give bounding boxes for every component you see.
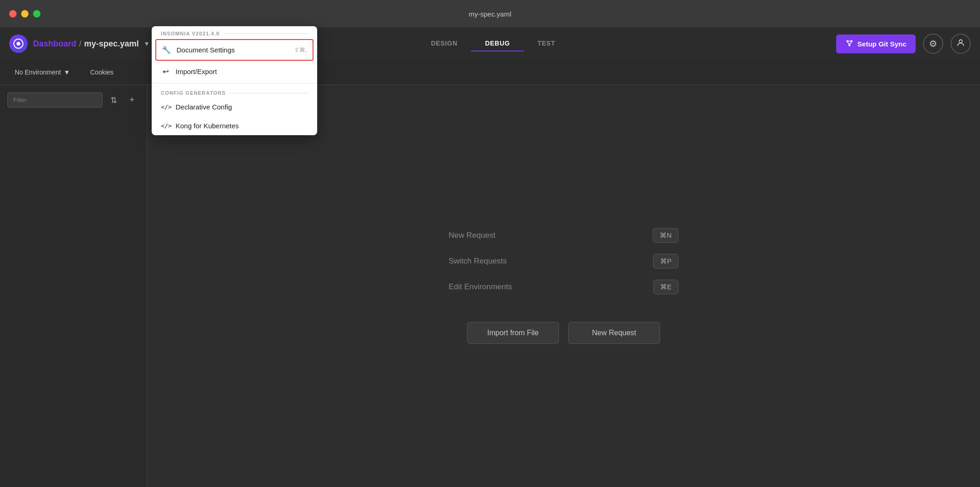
minimize-button[interactable]	[21, 10, 28, 17]
tab-debug[interactable]: DEBUG	[471, 36, 524, 52]
breadcrumb: Dashboard / my-spec.yaml ▼	[33, 39, 150, 49]
user-icon	[956, 38, 965, 50]
config-generators-header: CONFIG GENERATORS	[152, 86, 317, 97]
sort-icon: ⇅	[110, 95, 117, 105]
app-logo	[9, 34, 28, 53]
document-settings-label: Document Settings	[177, 46, 235, 54]
dropdown-version-label: INSOMNIA V2021.4.0	[161, 31, 220, 36]
shortcut-list: New Request ⌘N Switch Requests ⌘P Edit E…	[449, 228, 678, 294]
settings-button[interactable]: ⚙	[923, 34, 943, 54]
breadcrumb-dropdown-icon[interactable]: ▼	[143, 40, 150, 47]
setup-git-sync-label: Setup Git Sync	[857, 40, 906, 48]
user-profile-button[interactable]	[951, 34, 971, 54]
shortcut-row-new-request: New Request ⌘N	[449, 228, 678, 243]
svg-point-4	[849, 45, 850, 46]
dropdown-item-import-export[interactable]: ↩ Import/Export	[152, 62, 317, 81]
shortcut-new-request-key: ⌘N	[653, 228, 678, 243]
svg-line-6	[848, 42, 850, 45]
setup-git-sync-button[interactable]: Setup Git Sync	[836, 34, 916, 53]
dropdown-item-document-settings[interactable]: 🔧 Document Settings ⇧⌘,	[155, 39, 313, 61]
shortcut-switch-requests-key: ⌘P	[653, 254, 678, 269]
svg-point-1	[17, 42, 20, 46]
sub-header: No Environment ▼ Cookies	[0, 60, 980, 85]
config-generators-label: CONFIG GENERATORS	[161, 90, 226, 96]
dropdown-section-header: INSOMNIA V2021.4.0	[152, 26, 317, 38]
close-button[interactable]	[9, 10, 17, 17]
import-from-file-button[interactable]: Import from File	[467, 322, 559, 344]
gear-icon: ⚙	[929, 38, 937, 49]
shortcut-edit-environments-key: ⌘E	[653, 280, 678, 294]
dropdown-divider	[152, 83, 317, 84]
cookies-button[interactable]: Cookies	[85, 66, 119, 79]
nav-right: Setup Git Sync ⚙	[836, 34, 971, 54]
maximize-button[interactable]	[33, 10, 40, 17]
dropdown-menu: INSOMNIA V2021.4.0 🔧 Document Settings ⇧…	[152, 26, 317, 135]
shortcut-row-switch-requests: Switch Requests ⌘P	[449, 254, 678, 269]
wrench-icon: 🔧	[162, 46, 171, 54]
dashboard-link[interactable]: Dashboard	[33, 39, 76, 49]
tab-test[interactable]: TEST	[524, 36, 569, 52]
breadcrumb-current: my-spec.yaml	[84, 39, 139, 49]
svg-point-3	[851, 40, 852, 42]
environment-label: No Environment	[15, 69, 61, 76]
main-content: New Request ⌘N Switch Requests ⌘P Edit E…	[147, 85, 980, 487]
window-title: my-spec.yaml	[469, 10, 512, 18]
svg-point-8	[959, 40, 963, 43]
shortcut-edit-environments-label: Edit Environments	[449, 282, 512, 292]
breadcrumb-separator: /	[79, 39, 81, 49]
bottom-buttons: Import from File New Request	[467, 322, 660, 344]
import-export-icon: ↩	[161, 67, 170, 76]
traffic-lights	[9, 10, 40, 17]
declarative-config-icon: </>	[161, 103, 170, 110]
dropdown-item-kong-kubernetes[interactable]: </> Kong for Kubernetes	[152, 116, 317, 135]
shortcut-new-request-label: New Request	[449, 231, 496, 240]
brand-area: Dashboard / my-spec.yaml ▼	[9, 34, 150, 53]
declarative-config-label: Declarative Config	[176, 103, 232, 111]
sidebar: ⇅ +	[0, 85, 147, 487]
kong-kubernetes-label: Kong for Kubernetes	[176, 122, 239, 130]
svg-point-2	[847, 40, 848, 42]
git-icon	[845, 39, 854, 49]
shortcut-row-edit-environments: Edit Environments ⌘E	[449, 280, 678, 294]
kong-kubernetes-icon: </>	[161, 122, 170, 129]
env-dropdown-icon: ▼	[63, 69, 70, 76]
filter-input[interactable]	[7, 92, 103, 108]
environment-dropdown[interactable]: No Environment ▼	[9, 66, 75, 79]
title-bar: my-spec.yaml	[0, 0, 980, 28]
import-export-label: Import/Export	[176, 68, 217, 75]
tab-design[interactable]: DESIGN	[417, 36, 471, 52]
svg-line-7	[849, 42, 852, 45]
new-request-button[interactable]: New Request	[568, 322, 660, 344]
nav-bar: Dashboard / my-spec.yaml ▼ DESIGN DEBUG …	[0, 28, 980, 60]
add-button[interactable]: +	[125, 93, 139, 108]
add-icon: +	[130, 95, 135, 105]
new-request-label: New Request	[592, 329, 636, 337]
sort-button[interactable]: ⇅	[106, 93, 121, 108]
shortcut-switch-requests-label: Switch Requests	[449, 257, 507, 266]
filter-row: ⇅ +	[7, 92, 139, 108]
document-settings-shortcut: ⇧⌘,	[294, 46, 307, 53]
dropdown-item-declarative-config[interactable]: </> Declarative Config	[152, 97, 317, 116]
import-from-file-label: Import from File	[487, 329, 539, 337]
